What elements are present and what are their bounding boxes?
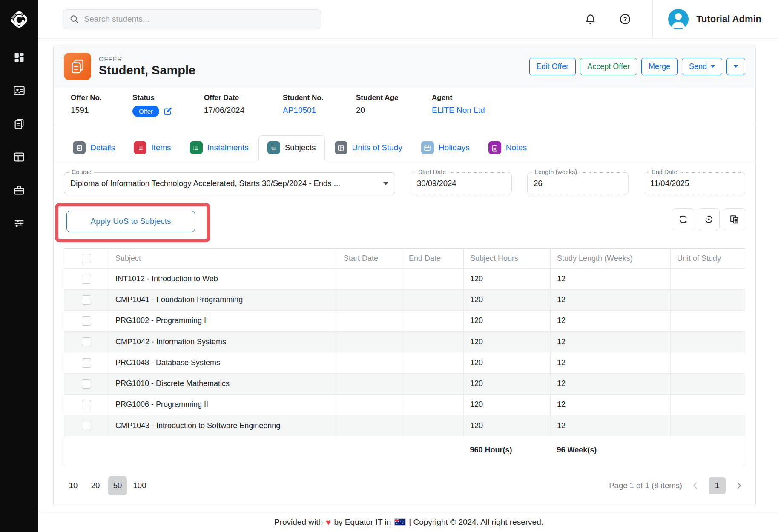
field-label: Offer No. (71, 94, 132, 102)
tab-label: Instalments (207, 143, 249, 152)
pagination: 10 20 50 100 Page 1 of 1 (8 items) (64, 476, 745, 495)
row-checkbox[interactable] (82, 295, 91, 305)
user-name: Tutorial Admin (696, 14, 761, 25)
tab-notes[interactable]: Notes (479, 135, 536, 160)
footer-text: Provided with (274, 518, 323, 527)
chevron-down-icon (711, 65, 715, 68)
user-menu[interactable]: Tutorial Admin (652, 0, 778, 38)
more-actions-button[interactable] (726, 58, 745, 75)
search-input[interactable] (84, 14, 315, 24)
avatar (668, 9, 689, 29)
length-weeks-value: 26 (534, 179, 543, 188)
edit-offer-button[interactable]: Edit Offer (529, 58, 576, 75)
cell-unit (671, 289, 745, 310)
field-student-age: Student Age 20 (356, 94, 432, 117)
row-checkbox[interactable] (82, 316, 91, 326)
refresh-button[interactable] (672, 208, 694, 230)
bell-icon (585, 14, 596, 25)
row-checkbox[interactable] (82, 275, 91, 284)
help-button[interactable]: ? (616, 10, 634, 29)
sidebar-item-courses[interactable] (12, 150, 26, 164)
end-date-field: End Date 11/04/2025 (644, 172, 745, 194)
briefcase-icon (13, 184, 25, 196)
sidebar-item-offers[interactable] (12, 117, 26, 131)
chevron-left-icon (691, 481, 700, 490)
tab-label: Holidays (439, 143, 470, 152)
cell-start-date (337, 373, 402, 394)
copy-button[interactable] (723, 208, 745, 230)
col-start-date: Start Date (337, 249, 402, 269)
cell-subject: CMP1042 - Information Systems (109, 332, 337, 352)
student-no-link[interactable]: AP10501 (283, 106, 356, 115)
app-root: ? Tutorial Admin (0, 0, 778, 532)
page-title: Student, Sample (99, 63, 195, 77)
send-button[interactable]: Send (682, 58, 722, 75)
row-checkbox[interactable] (82, 421, 91, 430)
sidebar-item-contacts[interactable] (12, 84, 26, 97)
page-size-10[interactable]: 10 (64, 476, 83, 495)
cell-subject: CMP1043 - Introduction to Software Engin… (109, 415, 337, 436)
row-checkbox[interactable] (82, 358, 91, 368)
table-row: PRG1010 - Discrete Mathematics 120 12 (64, 373, 745, 394)
history-button[interactable] (698, 208, 720, 230)
tab-label: Notes (506, 143, 527, 152)
accept-offer-button[interactable]: Accept Offer (580, 58, 637, 75)
page-footer: Provided with ♥ by Equator IT in | Copyr… (38, 512, 778, 532)
cell-unit (671, 269, 745, 289)
select-all-header[interactable] (64, 249, 109, 269)
status-badge: Offer (132, 106, 159, 117)
subjects-tab-content: Course Diploma of Information Technology… (54, 160, 755, 506)
sidebar-item-dashboard[interactable] (12, 51, 26, 64)
pager: Page 1 of 1 (8 items) 1 (609, 477, 745, 494)
field-status: Status Offer (132, 94, 204, 117)
tab-subjects[interactable]: Subjects (258, 135, 325, 160)
field-value: 17/06/2024 (204, 106, 283, 115)
col-unit-of-study: Unit of Study (671, 249, 745, 269)
row-checkbox[interactable] (82, 379, 91, 389)
sidebar (0, 0, 38, 532)
merge-button[interactable]: Merge (641, 58, 678, 75)
apply-uos-to-subjects-button[interactable]: Apply UoS to Subjects (66, 211, 195, 232)
page-size-20[interactable]: 20 (86, 476, 105, 495)
cell-end-date (402, 394, 464, 415)
app-logo[interactable] (8, 0, 30, 39)
offer-actions: Edit Offer Accept Offer Merge Send (529, 58, 746, 75)
chevron-down-icon (734, 65, 738, 68)
sidebar-item-business[interactable] (12, 183, 26, 197)
page-size-50[interactable]: 50 (108, 476, 127, 495)
prev-page-button[interactable] (689, 479, 702, 492)
tab-units-of-study[interactable]: Units of Study (326, 135, 411, 160)
tab-label: Subjects (285, 143, 316, 152)
agent-link[interactable]: ELITE Non Ltd (432, 106, 485, 115)
field-label: Offer Date (204, 94, 283, 102)
select-all-checkbox[interactable] (82, 254, 91, 263)
tab-instalments[interactable]: Instalments (181, 135, 258, 160)
notifications-button[interactable] (581, 10, 600, 29)
row-checkbox[interactable] (82, 337, 91, 346)
cell-start-date (337, 332, 402, 352)
tab-details[interactable]: Details (64, 135, 124, 160)
topbar-right: ? Tutorial Admin (581, 0, 778, 38)
next-page-button[interactable] (732, 479, 745, 492)
page-number-button[interactable]: 1 (709, 477, 726, 494)
cell-hours: 120 (464, 269, 551, 289)
tab-holidays[interactable]: Holidays (412, 135, 479, 160)
items-list-icon (134, 141, 146, 154)
course-select[interactable]: Course Diploma of Information Technology… (64, 172, 395, 194)
page-size-100[interactable]: 100 (130, 476, 149, 495)
topbar: ? Tutorial Admin (38, 0, 778, 39)
sidebar-item-settings[interactable] (12, 217, 26, 230)
cell-start-date (337, 394, 402, 415)
field-label: Agent (432, 94, 485, 102)
row-checkbox[interactable] (82, 400, 91, 409)
field-value: 20 (356, 106, 432, 115)
tab-label: Details (90, 143, 115, 152)
tab-label: Units of Study (352, 143, 402, 152)
table-header-row: Subject Start Date End Date Subject Hour… (64, 249, 745, 269)
toolbar-row: Apply UoS to Subjects (64, 203, 745, 242)
page-info: Page 1 of 1 (8 items) (609, 481, 682, 490)
tab-items[interactable]: Items (125, 135, 180, 160)
edit-status-icon[interactable] (164, 107, 172, 116)
refresh-icon (678, 214, 689, 225)
search-box (63, 9, 321, 29)
